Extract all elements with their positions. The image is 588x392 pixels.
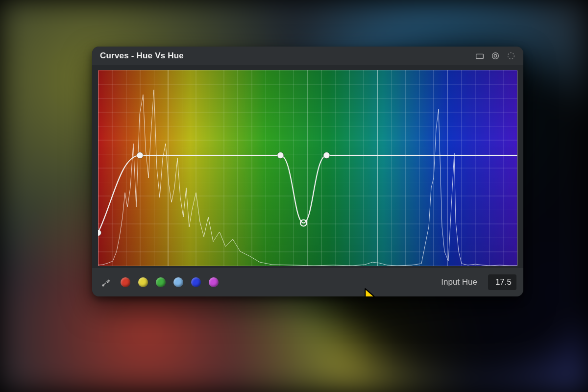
swatch-magenta[interactable] (209, 277, 219, 287)
swatch-red[interactable] (121, 277, 130, 287)
swatch-cyan[interactable] (173, 277, 183, 287)
options-icon[interactable] (506, 50, 516, 61)
preset-icon[interactable] (474, 50, 485, 61)
svg-point-2 (494, 54, 497, 57)
svg-point-1 (492, 53, 499, 59)
panel-title: Curves - Hue Vs Hue (100, 51, 184, 61)
control-point-0[interactable] (98, 230, 101, 236)
histogram (98, 90, 517, 266)
control-point-2[interactable] (277, 152, 284, 159)
panel-footer: Input Hue 17.5 (92, 268, 523, 296)
svg-point-3 (508, 53, 514, 59)
swatch-green[interactable] (156, 277, 166, 287)
swatch-blue[interactable] (191, 277, 201, 287)
reset-icon[interactable] (490, 50, 501, 61)
eyedropper-icon[interactable] (101, 277, 112, 288)
input-hue-value[interactable]: 17.5 (488, 274, 516, 290)
input-hue-label: Input Hue (441, 277, 477, 287)
graph-svg (98, 70, 517, 266)
curves-panel: Curves - Hue Vs Hue Input Hue (92, 47, 523, 296)
panel-titlebar: Curves - Hue Vs Hue (92, 47, 523, 65)
control-point-1[interactable] (137, 152, 143, 159)
svg-rect-0 (476, 54, 484, 58)
curve-graph[interactable] (98, 70, 517, 266)
swatch-yellow[interactable] (138, 277, 148, 287)
control-point-4[interactable] (323, 152, 330, 159)
